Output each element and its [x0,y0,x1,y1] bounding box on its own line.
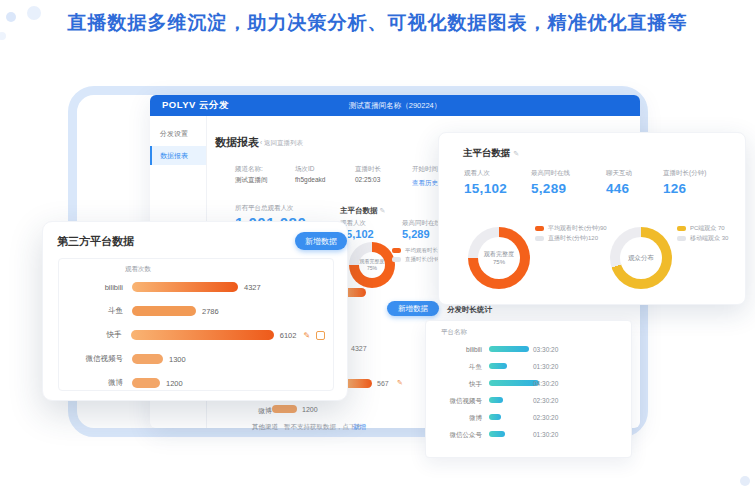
channel-name-label: 频道名称: [235,165,263,174]
duration-row: 微博 02:30:20 [432,409,625,426]
live-duration-label: 直播时长 [355,165,381,174]
third-party-card: 第三方平台数据 新增数据 观看次数 bilibili 4327 斗鱼 2786 … [42,221,348,401]
duration-row: 快手 04:30:20 [432,375,625,392]
weibo-row-value: 1200 [302,406,318,413]
breadcrumb[interactable]: ‹ 返回直播列表 [260,139,303,148]
edit-icon[interactable]: ✎ [303,331,310,340]
duration-row: bilibili 03:30:20 [432,341,625,358]
audience-donut: 观众分布 [610,227,672,289]
completion-donut: 观看完整度 75% [468,227,530,289]
completion-legend: 平均观看时长(分钟)90 直播时长(分钟)120 [535,223,607,243]
window-title: 测试直播间名称（290224） [150,101,640,111]
sidebar-item-report[interactable]: 数据报表 [150,146,206,165]
audience-legend: PC端观众 70 移动端观众 30 [677,223,728,243]
legend-swatch-gray [535,236,544,241]
legend-swatch-gray [677,236,686,241]
live-duration-value: 02:25:03 [355,176,380,183]
bar-row-wechat-channels: 微信视频号 1300 [67,352,325,366]
views-bar [132,378,160,388]
bar-row-douyu: 斗鱼 2786 [67,304,325,318]
mini-peak-label: 最高同时在线 [402,219,441,228]
stat-peak-online: 最高同时在线 5,289 [531,169,570,196]
legend-swatch-orange [535,226,544,231]
channel-name-value: 测试直播间 [235,176,268,185]
completion-donut-mini: 观看完整度 75% [349,242,395,288]
duration-section-title: 分发时长统计 [447,305,492,315]
window-header: POLYV 云分发 测试直播间名称（290224） [150,95,640,116]
note-text: 暂不支持获取数据，点下方 [284,423,362,432]
third-party-title: 第三方平台数据 [57,234,134,249]
weibo-row-bar [272,405,297,413]
bar-row-weibo: 微博 1200 [67,376,325,390]
add-data-button[interactable]: 新增数据 [387,301,439,316]
deco-dot [740,476,750,486]
views-bar [132,354,163,364]
duration-bar [489,414,501,420]
duration-chart-panel: 平台名称 bilibili 03:30:20 斗鱼 01:30:20 快手 04… [425,320,632,458]
duration-bar [489,346,529,352]
copy-icon[interactable] [316,331,325,340]
platform-data-card: 主平台数据 ✎ 观看人次 15,102 最高同时在线 5,289 聊天互动 44… [438,132,746,305]
headline: 直播数据多维沉淀，助力决策分析、可视化数据图表，精准优化直播等 [0,10,755,36]
sidebar-item-distribution[interactable]: 分发设置 [150,124,206,143]
duration-row: 斗鱼 01:30:20 [432,358,625,375]
stat-chat: 聊天互动 446 [606,169,632,196]
duration-bar [489,380,539,386]
fragment-value: 4327 [351,345,367,352]
bar-fragment [344,379,372,388]
platform-name-header: 平台名称 [441,328,467,337]
weibo-row-label: 微博 [258,406,272,416]
session-id-value: fh5gdeakd [295,176,325,183]
fragment-value: 567 [377,380,389,387]
platform-card-title: 主平台数据 ✎ [463,147,519,160]
edit-icon[interactable]: ✎ [513,150,519,157]
views-bar [132,282,238,292]
stat-duration: 直播时长(分钟) 126 [663,169,706,196]
note-add-link[interactable]: 新增 [353,423,366,432]
session-id-label: 场次ID [295,165,315,174]
note-label: 其他渠道 [252,423,278,432]
mini-peak-value: 5,289 [402,228,430,240]
stage: 直播数据多维沉淀，助力决策分析、可视化数据图表，精准优化直播等 POLYV 云分… [0,0,755,492]
bar-row-bilibili: bilibili 4327 [67,280,325,294]
stat-views: 观看人次 15,102 [464,169,507,196]
add-data-button[interactable]: 新增数据 [295,232,347,250]
third-party-chart-panel: 观看次数 bilibili 4327 斗鱼 2786 快手 6102 ✎ 微信视… [58,258,334,391]
views-bar [131,330,274,340]
edit-icon[interactable]: ✎ [380,207,386,214]
bar-row-kuaishou: 快手 6102 ✎ [67,328,325,342]
page-title: 数据报表 [215,135,259,150]
duration-bar [489,363,507,369]
views-bar [132,306,196,316]
total-views-label: 所有平台总观看人次 [235,204,294,213]
duration-bar [489,397,503,403]
duration-row: 微信视频号 02:30:20 [432,392,625,409]
edit-icon[interactable]: ✎ [397,379,403,387]
mini-platform-title: 主平台数据 ✎ [340,206,385,216]
legend-swatch-yellow [677,226,686,231]
views-axis-label: 观看次数 [125,265,151,274]
duration-bar [489,431,505,437]
duration-row: 微信公众号 01:30:20 [432,426,625,443]
